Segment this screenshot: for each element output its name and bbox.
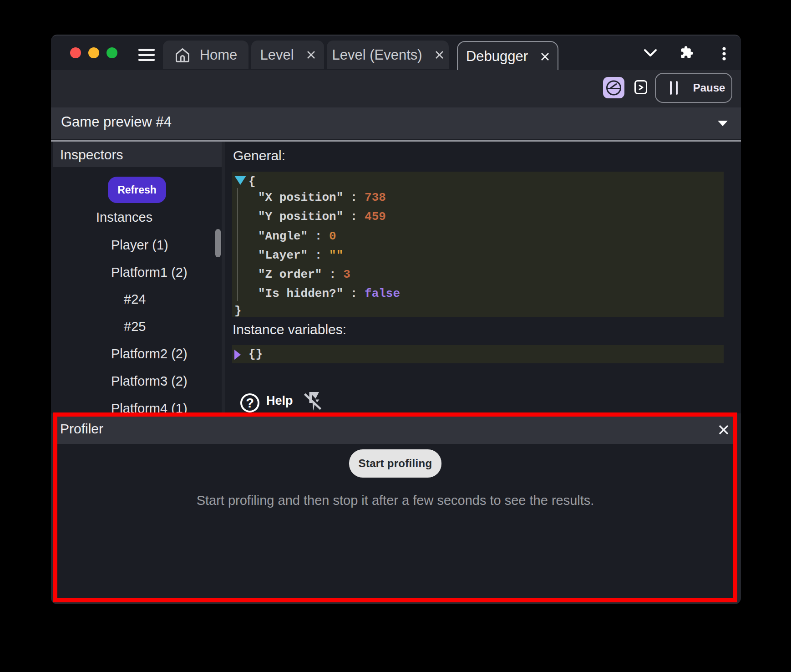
svg-text:?: ? bbox=[246, 396, 254, 410]
